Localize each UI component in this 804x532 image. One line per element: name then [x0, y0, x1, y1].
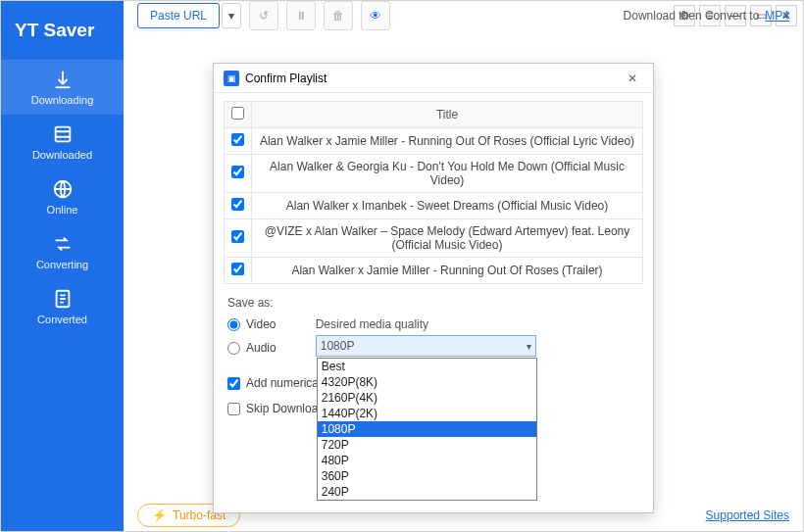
pause-icon: ⏸ [295, 9, 307, 23]
file-icon [52, 288, 74, 310]
sidebar-item-label: Downloading [31, 94, 94, 106]
delete-button[interactable]: 🗑 [324, 1, 353, 30]
format-radio-group: Video Audio [227, 317, 276, 364]
undo-button[interactable]: ↺ [249, 1, 278, 30]
quality-option[interactable]: 2160P(4K) [318, 390, 536, 406]
film-icon [52, 123, 74, 145]
nav: Downloading Downloaded Online Converting… [1, 60, 124, 334]
convert-target: Download then Convert to MP4 [624, 9, 789, 23]
row-title: Alan Walker x Jamie Miller - Running Out… [252, 128, 643, 155]
row-checkbox[interactable] [231, 166, 244, 178]
quality-label: Desired media quality [316, 317, 639, 331]
save-as-label: Save as: [227, 296, 639, 310]
supported-sites-link[interactable]: Supported Sites [706, 508, 789, 522]
sidebar-item-label: Converting [36, 259, 88, 270]
quality-option[interactable]: 720P [318, 437, 536, 453]
quality-option[interactable]: Best [318, 359, 536, 374]
quality-selected-value: 1080P [321, 339, 355, 353]
row-checkbox[interactable] [231, 198, 244, 211]
globe-icon [52, 178, 74, 200]
dialog-title-bar: ▣ Confirm Playlist ✕ [214, 64, 653, 93]
chevron-down-icon: ▾ [527, 341, 531, 352]
column-select-all [225, 102, 252, 128]
quality-option[interactable]: 4320P(8K) [318, 374, 536, 390]
video-radio[interactable]: Video [227, 317, 276, 331]
table-row: Alan Walker x Jamie Miller - Running Out… [225, 258, 643, 284]
sidebar: YT Saver Downloading Downloaded Online C… [1, 1, 124, 531]
column-title: Title [252, 102, 643, 128]
audio-radio[interactable]: Audio [227, 341, 276, 355]
sidebar-item-label: Converted [37, 314, 87, 325]
sidebar-item-converting[interactable]: Converting [1, 224, 124, 279]
format-link[interactable]: MP4 [765, 9, 789, 23]
svg-rect-0 [55, 127, 70, 142]
quality-select[interactable]: 1080P ▾ [316, 335, 536, 357]
pause-button[interactable]: ⏸ [286, 1, 316, 30]
download-then-label: Download then Convert to [624, 9, 760, 23]
trash-icon: 🗑 [332, 9, 344, 23]
table-row: Alan Walker x Imanbek - Sweet Dreams (Of… [225, 193, 643, 219]
quality-option[interactable]: 1440P(2K) [318, 406, 536, 421]
sidebar-item-online[interactable]: Online [1, 169, 124, 224]
quality-option[interactable]: 1080P [318, 421, 536, 437]
undo-icon: ↺ [259, 9, 269, 23]
playlist-table-wrap: Title Alan Walker x Jamie Miller - Runni… [214, 93, 653, 284]
sidebar-item-downloaded[interactable]: Downloaded [1, 115, 124, 169]
quality-option[interactable]: 480P [318, 453, 536, 468]
row-checkbox[interactable] [231, 133, 244, 146]
preview-button[interactable]: 👁 [361, 1, 390, 30]
dialog-title: Confirm Playlist [245, 72, 327, 85]
row-title: Alan Walker x Imanbek - Sweet Dreams (Of… [252, 193, 643, 219]
table-row: Alan Walker x Jamie Miller - Running Out… [225, 128, 643, 155]
sidebar-item-label: Online [47, 204, 78, 216]
paste-url-button[interactable]: Paste URL [137, 3, 220, 28]
toolbar: Paste URL ▾ ↺ ⏸ 🗑 👁 Download then Conver… [124, 0, 803, 30]
chevron-down-icon: ▾ [228, 9, 234, 23]
table-row: Alan Walker & Georgia Ku - Don't You Hol… [225, 155, 643, 193]
sidebar-item-label: Downloaded [32, 149, 92, 161]
sidebar-item-downloading[interactable]: Downloading [1, 60, 124, 115]
quality-group: Desired media quality 1080P ▾ [316, 317, 639, 357]
row-title: Alan Walker x Jamie Miller - Running Out… [252, 258, 643, 284]
dialog-close-button[interactable]: ✕ [622, 70, 643, 87]
sidebar-item-converted[interactable]: Converted [1, 279, 124, 334]
convert-icon [52, 233, 74, 255]
eye-icon: 👁 [370, 9, 381, 23]
download-icon [52, 69, 74, 90]
select-all-checkbox[interactable] [231, 107, 244, 120]
quality-option[interactable]: 240P [318, 484, 536, 500]
row-title: Alan Walker & Georgia Ku - Don't You Hol… [252, 155, 643, 193]
quality-option[interactable]: 360P [318, 468, 536, 484]
row-checkbox[interactable] [231, 263, 244, 275]
app-logo: YT Saver [1, 1, 124, 60]
row-title: @VIZE x Alan Walker – Space Melody (Edwa… [252, 219, 643, 258]
row-checkbox[interactable] [231, 230, 244, 243]
table-row: @VIZE x Alan Walker – Space Melody (Edwa… [225, 219, 643, 258]
paste-url-dropdown[interactable]: ▾ [222, 3, 241, 28]
playlist-table: Title Alan Walker x Jamie Miller - Runni… [224, 101, 643, 284]
playlist-icon: ▣ [224, 71, 239, 86]
quality-dropdown[interactable]: Best4320P(8K)2160P(4K)1440P(2K)1080P720P… [317, 358, 537, 501]
lightning-icon: ⚡ [152, 508, 167, 522]
